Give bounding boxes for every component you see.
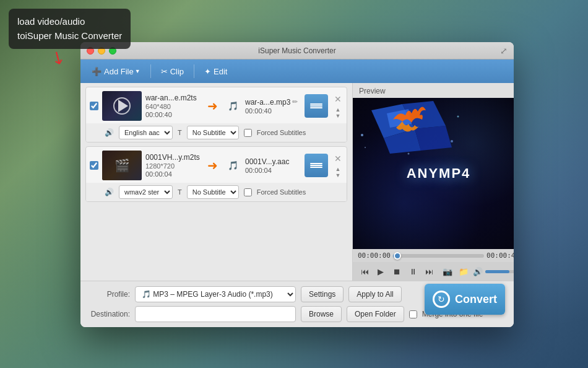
- file-1-input-info: war-an...e.m2ts 640*480 00:00:40: [145, 94, 201, 118]
- file-1-scroll-down[interactable]: ▼: [335, 113, 341, 119]
- destination-input[interactable]: [135, 306, 296, 322]
- profile-select[interactable]: 🎵 MP3 – MPEG Layer-3 Audio (*.mp3): [135, 286, 296, 302]
- maximize-button[interactable]: [109, 47, 116, 55]
- file-2-format-icon: 🎵: [224, 157, 241, 174]
- file-1-edit-icon[interactable]: ✏: [292, 98, 298, 106]
- merge-checkbox[interactable]: [409, 310, 417, 318]
- file-item-2: 🎬 0001VH...y.m2ts 1280*720 00:00:04 ➜ 🎵: [85, 146, 347, 202]
- profile-label: Profile:: [88, 290, 130, 299]
- preview-time-end: 00:00:40: [486, 252, 514, 260]
- preview-video: ANYMP4: [353, 98, 514, 249]
- volume-icon: 🔊: [473, 267, 483, 276]
- file-1-bottom: 🔊 English aac T No Subtitle Forced Subti…: [86, 123, 347, 142]
- browse-button[interactable]: Browse: [301, 306, 342, 322]
- progress-thumb[interactable]: [394, 252, 401, 260]
- progress-bar[interactable]: [393, 254, 484, 258]
- toolbar-divider-1: [150, 64, 151, 78]
- main-content: war-an...e.m2ts 640*480 00:00:40 ➜ 🎵 war…: [80, 83, 514, 281]
- file-2-output-info: 0001V...y.aac 00:00:04: [245, 157, 301, 174]
- file-2-forced-checkbox[interactable]: [244, 188, 252, 196]
- file-2-close[interactable]: ✕: [333, 153, 343, 164]
- toolbar: ➕ Add File ▼ ✂ Clip ✦ Edit: [80, 59, 514, 83]
- svg-point-9: [408, 153, 410, 155]
- file-1-play-circle[interactable]: [113, 97, 131, 115]
- file-1-convert-arrow: ➜: [207, 99, 218, 113]
- file-2-scroll-up[interactable]: ▲: [335, 167, 341, 172]
- close-button[interactable]: [87, 47, 94, 55]
- preview-progress-bar: 00:00:00 00:00:40: [353, 249, 514, 262]
- destination-label: Destination:: [88, 310, 130, 318]
- file-2-input-duration: 00:00:04: [145, 170, 201, 178]
- file-1-checkbox[interactable]: [90, 102, 98, 110]
- file-2-input-dims: 1280*720: [145, 162, 201, 170]
- add-file-button[interactable]: ➕ Add File ▼: [87, 64, 145, 79]
- snapshot-button[interactable]: 📷: [441, 265, 454, 278]
- file-1-subtitle-select[interactable]: No Subtitle: [187, 126, 239, 139]
- anymp4-brand-text: ANYMP4: [407, 165, 471, 182]
- svg-marker-2: [415, 126, 452, 151]
- file-1-close[interactable]: ✕: [333, 94, 343, 105]
- edit-label: Edit: [214, 67, 227, 76]
- folder-button[interactable]: 📁: [457, 265, 470, 278]
- convert-button[interactable]: ↻ Convert: [425, 284, 505, 315]
- file-item-2-top: 🎬 0001VH...y.m2ts 1280*720 00:00:04 ➜ 🎵: [86, 147, 347, 183]
- apply-all-button[interactable]: Apply to All: [348, 286, 401, 302]
- file-2-input-info: 0001VH...y.m2ts 1280*720 00:00:04: [145, 153, 201, 178]
- settings-button[interactable]: Settings: [301, 286, 344, 302]
- file-item-1-top: war-an...e.m2ts 640*480 00:00:40 ➜ 🎵 war…: [86, 87, 347, 123]
- file-1-input-name: war-an...e.m2ts: [145, 94, 201, 102]
- playback-controls: ⏮ ▶ ⏹ ⏸ ⏭ 📷 📁 🔊: [353, 262, 514, 281]
- file-1-preset-button[interactable]: [305, 94, 328, 118]
- file-2-output-name: 0001V...y.aac: [245, 157, 301, 166]
- pause-button[interactable]: ⏸: [406, 265, 420, 278]
- file-1-output-duration: 00:00:40: [245, 107, 301, 115]
- file-2-audio-select[interactable]: wmav2 ster: [119, 185, 173, 199]
- next-button[interactable]: ⏭: [422, 265, 436, 278]
- anymp4-logo: ANYMP4: [353, 98, 514, 249]
- svg-point-6: [457, 116, 459, 118]
- add-file-icon: ➕: [92, 67, 102, 76]
- file-1-audio-icon: 🔊: [105, 128, 114, 137]
- stop-button[interactable]: ⏹: [390, 265, 404, 278]
- svg-point-8: [451, 140, 453, 142]
- volume-bar[interactable]: [485, 270, 514, 273]
- add-file-label: Add File: [104, 67, 134, 76]
- file-1-side-controls: ✕ ▲ ▼: [333, 94, 343, 119]
- play-button[interactable]: ▶: [374, 265, 387, 278]
- edit-button[interactable]: ✦ Edit: [199, 64, 232, 79]
- preview-panel: Preview: [353, 83, 514, 281]
- file-2-output-duration: 00:00:04: [245, 167, 301, 174]
- file-1-subtitle-icon: T: [178, 129, 182, 136]
- convert-label: Convert: [455, 293, 497, 306]
- file-2-forced-label: Forced Subtitles: [257, 188, 306, 196]
- prev-button[interactable]: ⏮: [358, 265, 371, 278]
- file-2-subtitle-select[interactable]: No Subtitle: [187, 185, 239, 199]
- clip-label: Clip: [170, 67, 184, 76]
- file-2-input-name: 0001VH...y.m2ts: [145, 153, 201, 162]
- file-2-checkbox[interactable]: [90, 161, 98, 170]
- file-item-1: war-an...e.m2ts 640*480 00:00:40 ➜ 🎵 war…: [85, 87, 347, 142]
- file-1-scroll: ▲ ▼: [333, 107, 343, 119]
- file-2-audio-icon: 🔊: [105, 188, 114, 196]
- file-list-panel: war-an...e.m2ts 640*480 00:00:40 ➜ 🎵 war…: [80, 83, 353, 281]
- file-2-subtitle-icon: T: [178, 188, 182, 196]
- svg-point-7: [365, 147, 366, 148]
- file-1-scroll-up[interactable]: ▲: [335, 107, 341, 113]
- traffic-lights: [87, 47, 116, 55]
- minimize-button[interactable]: [98, 47, 105, 55]
- file-2-bottom: 🔊 wmav2 ster T No Subtitle Forced Subtit…: [86, 183, 347, 201]
- resize-icon[interactable]: ⤢: [500, 46, 508, 56]
- file-1-forced-checkbox[interactable]: [244, 129, 252, 137]
- file-1-play-icon: [118, 100, 128, 112]
- file-2-preset-button[interactable]: [305, 154, 328, 177]
- file-2-scroll-down[interactable]: ▼: [335, 173, 341, 178]
- convert-icon: ↻: [433, 291, 450, 308]
- file-1-audio-select[interactable]: English aac: [119, 126, 173, 139]
- window-title: iSuper Music Converter: [258, 46, 335, 55]
- open-folder-button[interactable]: Open Folder: [347, 306, 404, 322]
- file-1-format-icon: 🎵: [224, 97, 241, 115]
- add-file-caret: ▼: [135, 68, 141, 74]
- clip-button[interactable]: ✂ Clip: [156, 64, 189, 79]
- file-2-scroll: ▲ ▼: [333, 167, 343, 178]
- file-1-thumbnail: [102, 91, 142, 121]
